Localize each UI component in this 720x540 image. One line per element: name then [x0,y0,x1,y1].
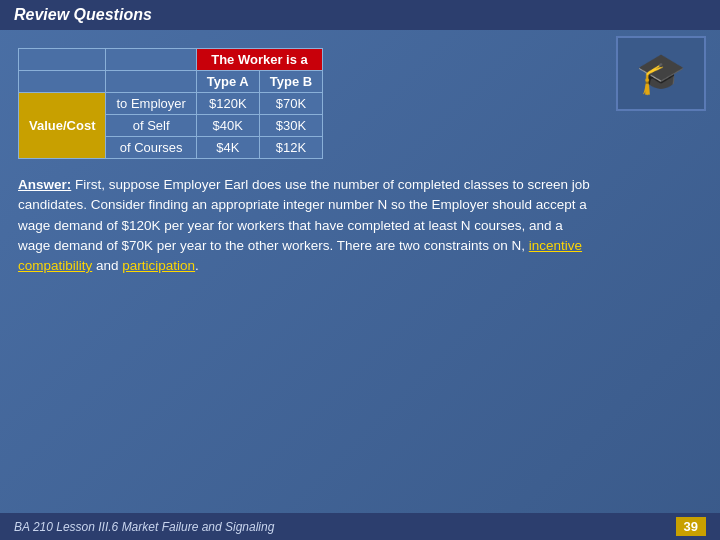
worker-type-header: The Worker is a [196,49,322,71]
data-table-container: The Worker is a Type A Type B Value/Cost… [18,48,702,159]
footer: BA 210 Lesson III.6 Market Failure and S… [0,513,720,540]
answer-end-text: . [195,258,199,273]
slide: Review Questions 🎓 The Worker is a Type … [0,0,720,540]
table-row: Value/Cost to Employer $120K $70K [19,93,323,115]
row-label-employer: to Employer [106,93,196,115]
title-bar: Review Questions [0,0,720,30]
footer-course: BA 210 Lesson III.6 Market Failure and S… [14,520,274,534]
footer-page-number: 39 [676,517,706,536]
row-self-a: $40K [196,115,259,137]
col-b-header: Type B [259,71,322,93]
row-self-b: $30K [259,115,322,137]
row-courses-b: $12K [259,137,322,159]
slide-title: Review Questions [14,6,152,24]
row-label-self: of Self [106,115,196,137]
answer-text-main: First, suppose Employer Earl does use th… [18,177,590,253]
highlight-participation: participation [122,258,195,273]
graduation-image: 🎓 [616,36,706,111]
content-area: The Worker is a Type A Type B Value/Cost… [0,30,720,286]
row-group-label: Value/Cost [19,93,106,159]
table-subheader-row: Type A Type B [19,71,323,93]
col-a-header: Type A [196,71,259,93]
answer-mid-text: and [92,258,122,273]
table-header-row: The Worker is a [19,49,323,71]
answer-label: Answer: [18,177,71,192]
value-cost-table: The Worker is a Type A Type B Value/Cost… [18,48,323,159]
answer-block: Answer: First, suppose Employer Earl doe… [18,171,598,276]
row-employer-a: $120K [196,93,259,115]
grad-cap-icon: 🎓 [636,50,686,97]
row-courses-a: $4K [196,137,259,159]
row-employer-b: $70K [259,93,322,115]
row-label-courses: of Courses [106,137,196,159]
